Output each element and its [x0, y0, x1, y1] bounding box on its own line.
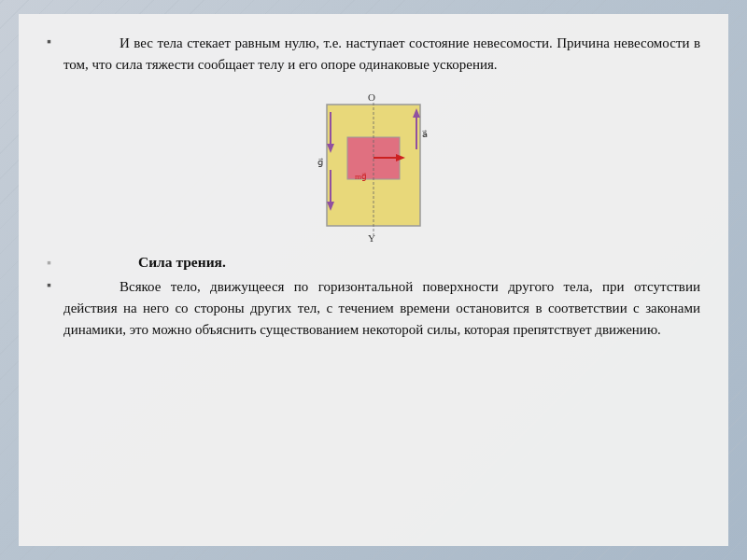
section2-text: Всякое тело, движущееся по горизонтально…	[63, 279, 700, 338]
heading-text: Сила трения.	[63, 254, 226, 271]
label-g: g⃗	[317, 157, 323, 167]
text-weightlessness: И вес тела стекает равным нулю, т.е. нас…	[63, 33, 700, 77]
diagram-svg: O Y g⃗ mg⃗	[308, 86, 439, 245]
text-friction: Всякое тело, движущееся по горизонтально…	[63, 276, 700, 342]
slide-content: ▪ И вес тела стекает равным нулю, т.е. н…	[19, 14, 728, 546]
label-Y: Y	[368, 232, 375, 244]
friction-title: Сила трения.	[138, 254, 226, 270]
label-O: O	[368, 91, 375, 103]
section-friction-heading: ▪ Сила трения.	[47, 254, 700, 271]
bullet-1: ▪	[47, 35, 63, 49]
section-friction-body: ▪ Всякое тело, движущееся по горизонталь…	[47, 276, 700, 342]
label-mg: mg⃗	[355, 172, 367, 181]
bullet-heading: ▪	[47, 256, 63, 271]
section-weightlessness: ▪ И вес тела стекает равным нулю, т.е. н…	[47, 33, 700, 77]
diagram-container: O Y g⃗ mg⃗	[47, 86, 700, 245]
section1-text: И вес тела стекает равным нулю, т.е. нас…	[63, 35, 700, 72]
label-a: a⃗	[422, 129, 428, 139]
physics-diagram: O Y g⃗ mg⃗	[308, 86, 439, 245]
bullet-2: ▪	[47, 278, 63, 293]
